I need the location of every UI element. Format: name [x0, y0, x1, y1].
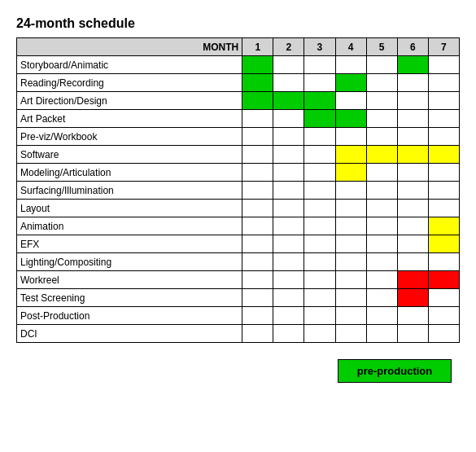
row-label-software: Software	[17, 146, 242, 164]
cell-r2-c4	[366, 92, 397, 110]
table-row: Art Direction/Design	[17, 92, 460, 110]
cell-r2-c1	[273, 92, 304, 110]
column-header-label: MONTH	[17, 38, 242, 56]
cell-r6-c6	[428, 164, 459, 182]
table-row: DCI	[17, 325, 460, 343]
row-label-reading-recording: Reading/Recording	[17, 74, 242, 92]
cell-r6-c1	[273, 164, 304, 182]
header-row: MONTH1234567	[17, 38, 460, 56]
row-label-dci: DCI	[17, 325, 242, 343]
cell-r15-c2	[304, 325, 335, 343]
cell-r4-c5	[397, 128, 428, 146]
row-label-art-direction-design: Art Direction/Design	[17, 92, 242, 110]
table-row: Surfacing/Illumination	[17, 182, 460, 200]
cell-r13-c0	[242, 289, 273, 307]
cell-r7-c4	[366, 182, 397, 200]
cell-r2-c0	[242, 92, 273, 110]
table-row: Storyboard/Animatic	[17, 56, 460, 74]
cell-r3-c2	[304, 110, 335, 128]
cell-r2-c2	[304, 92, 335, 110]
cell-r9-c2	[304, 217, 335, 235]
cell-r8-c3	[335, 200, 366, 217]
cell-r4-c0	[242, 128, 273, 146]
table-row: Modeling/Articulation	[17, 164, 460, 182]
table-row: EFX	[17, 235, 460, 253]
cell-r5-c2	[304, 146, 335, 164]
cell-r9-c4	[366, 217, 397, 235]
row-label-modeling-articulation: Modeling/Articulation	[17, 164, 242, 182]
schedule-container: 24-month schedule MONTH1234567 Storyboar…	[16, 16, 460, 383]
cell-r9-c0	[242, 217, 273, 235]
cell-r3-c1	[273, 110, 304, 128]
table-row: Software	[17, 146, 460, 164]
row-label-storyboard-animatic: Storyboard/Animatic	[17, 56, 242, 74]
cell-r0-c1	[273, 56, 304, 74]
cell-r15-c3	[335, 325, 366, 343]
cell-r3-c4	[366, 110, 397, 128]
column-header-4: 4	[335, 38, 366, 56]
cell-r3-c6	[428, 110, 459, 128]
table-row: Pre-viz/Workbook	[17, 128, 460, 146]
cell-r0-c5	[397, 56, 428, 74]
cell-r10-c5	[397, 235, 428, 253]
cell-r9-c1	[273, 217, 304, 235]
cell-r12-c6	[428, 271, 459, 289]
cell-r0-c2	[304, 56, 335, 74]
cell-r4-c1	[273, 128, 304, 146]
cell-r13-c5	[397, 289, 428, 307]
cell-r5-c6	[428, 146, 459, 164]
cell-r8-c6	[428, 200, 459, 217]
cell-r13-c3	[335, 289, 366, 307]
cell-r9-c6	[428, 217, 459, 235]
cell-r8-c5	[397, 200, 428, 217]
cell-r0-c0	[242, 56, 273, 74]
cell-r4-c6	[428, 128, 459, 146]
cell-r1-c4	[366, 74, 397, 92]
cell-r5-c0	[242, 146, 273, 164]
cell-r6-c4	[366, 164, 397, 182]
cell-r7-c2	[304, 182, 335, 200]
row-label-test-screening: Test Screening	[17, 289, 242, 307]
cell-r9-c3	[335, 217, 366, 235]
cell-r10-c2	[304, 235, 335, 253]
row-label-surfacing-illumination: Surfacing/Illumination	[17, 182, 242, 200]
cell-r1-c1	[273, 74, 304, 92]
cell-r11-c0	[242, 253, 273, 271]
legend-pre-production: pre-production	[338, 359, 452, 383]
cell-r11-c4	[366, 253, 397, 271]
cell-r8-c2	[304, 200, 335, 217]
column-header-2: 2	[273, 38, 304, 56]
cell-r5-c3	[335, 146, 366, 164]
column-header-7: 7	[428, 38, 459, 56]
cell-r10-c3	[335, 235, 366, 253]
cell-r15-c1	[273, 325, 304, 343]
cell-r0-c6	[428, 56, 459, 74]
cell-r2-c6	[428, 92, 459, 110]
table-row: Reading/Recording	[17, 74, 460, 92]
cell-r15-c5	[397, 325, 428, 343]
cell-r13-c6	[428, 289, 459, 307]
row-label-pre-viz-workbook: Pre-viz/Workbook	[17, 128, 242, 146]
cell-r0-c3	[335, 56, 366, 74]
cell-r7-c5	[397, 182, 428, 200]
cell-r1-c3	[335, 74, 366, 92]
cell-r1-c0	[242, 74, 273, 92]
cell-r11-c2	[304, 253, 335, 271]
cell-r14-c4	[366, 307, 397, 325]
cell-r8-c4	[366, 200, 397, 217]
row-label-post-production: Post-Production	[17, 307, 242, 325]
row-label-animation: Animation	[17, 217, 242, 235]
cell-r3-c5	[397, 110, 428, 128]
legend-area: pre-production	[16, 359, 460, 383]
cell-r11-c1	[273, 253, 304, 271]
cell-r12-c2	[304, 271, 335, 289]
cell-r10-c4	[366, 235, 397, 253]
cell-r8-c0	[242, 200, 273, 217]
cell-r9-c5	[397, 217, 428, 235]
cell-r15-c4	[366, 325, 397, 343]
cell-r10-c0	[242, 235, 273, 253]
row-label-layout: Layout	[17, 200, 242, 217]
table-row: Animation	[17, 217, 460, 235]
cell-r2-c5	[397, 92, 428, 110]
cell-r7-c6	[428, 182, 459, 200]
